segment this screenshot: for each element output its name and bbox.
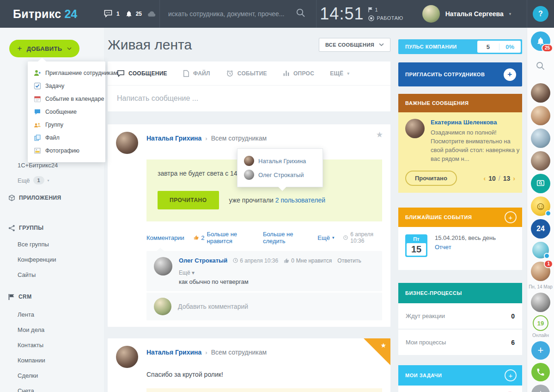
read-button[interactable]: ПРОЧИТАНО [158, 191, 219, 209]
avatar[interactable] [116, 132, 138, 154]
calendar-date-tile[interactable]: Пт 15 [405, 234, 427, 257]
chat-icon[interactable] [104, 10, 113, 18]
readers-link[interactable]: 2 пользователей [275, 196, 325, 204]
contact-avatar[interactable] [531, 83, 550, 103]
important-author-link[interactable]: Екатерина Шеленкова [431, 119, 521, 126]
star-icon[interactable]: ★ [380, 342, 386, 349]
online-count-button[interactable]: 19 [533, 315, 548, 331]
global-search[interactable]: искать сотрудника, документ, прочее... [159, 0, 317, 28]
sidebar-item-sites[interactable]: Сайты [18, 270, 104, 279]
logo[interactable]: Битрикс 24 [0, 0, 104, 28]
sidebar-item-all-groups[interactable]: Все группы [18, 239, 104, 249]
download-button[interactable] [531, 385, 550, 392]
photo-icon [34, 147, 41, 154]
add-comment-input[interactable]: Добавить комментарий [146, 293, 382, 320]
process-row: Мои процессы 6 [398, 330, 522, 356]
sidebar-item-feed[interactable]: Лента [18, 310, 104, 319]
menu-item-file[interactable]: Файл [28, 131, 105, 144]
post-audience-link[interactable]: Всем сотрудникам [211, 349, 267, 356]
feed-filter-button[interactable]: ВСЕ СООБЩЕНИЯ [319, 38, 390, 52]
unlike-link[interactable]: 2 Больше не нравится [194, 231, 254, 245]
star-icon[interactable]: ★ [376, 130, 383, 140]
search-icon[interactable] [536, 61, 546, 73]
comment-author-link[interactable]: Олег Строкатый [179, 257, 227, 264]
flag-counter[interactable]: 1 [368, 7, 403, 12]
sidebar-item-conferences[interactable]: Конференции [18, 255, 104, 264]
chevron-down-icon [379, 43, 384, 46]
add-chat-button[interactable]: + [531, 341, 550, 360]
event-link[interactable]: Отчет [435, 244, 496, 251]
avatar[interactable] [405, 119, 425, 138]
menu-item-photo[interactable]: Фотографию [28, 144, 105, 157]
poll-tab-icon [283, 70, 290, 77]
sidebar-item-invoices[interactable]: Счета [18, 386, 104, 392]
avatar[interactable] [116, 346, 138, 368]
tab-poll[interactable]: ОПРОС [283, 70, 314, 77]
add-button[interactable]: + ДОБАВИТЬ [9, 40, 79, 57]
post-author-link[interactable]: Наталья Грихина [146, 135, 201, 142]
menu-item-group[interactable]: Группу [28, 118, 105, 131]
contact-avatar[interactable]: ☺ [531, 196, 550, 216]
company-pulse-widget[interactable]: ПУЛЬС КОМПАНИИ 5 0% [398, 39, 522, 54]
sidebar-section-crm[interactable]: CRM [8, 292, 104, 301]
sidebar-item-deals[interactable]: Сделки [18, 371, 104, 380]
bitrix24-channel[interactable]: 24 [531, 219, 550, 239]
notifications-button[interactable]: 25 [531, 31, 550, 51]
menu-item-calendar-event[interactable]: Событие в календаре [28, 92, 105, 105]
comment-more-link[interactable]: Ещё ▾ [179, 270, 195, 276]
comment-reply-link[interactable]: Ответить [337, 257, 361, 264]
post-audience-link[interactable]: Всем сотрудникам [211, 135, 267, 142]
clock-time[interactable]: 14:51 [320, 4, 364, 24]
comments-link[interactable]: Комментарии [146, 234, 184, 241]
search-icon[interactable] [296, 8, 306, 20]
page-current: 10 [488, 175, 496, 182]
user-menu[interactable]: Наталья Сергеева ▾ [407, 0, 527, 28]
contact-avatar[interactable] [531, 293, 550, 312]
post-author-link[interactable]: Наталья Грихина [146, 349, 201, 356]
sidebar-section-groups[interactable]: ГРУППЫ [8, 223, 104, 233]
work-status[interactable]: РАБОТАЮ [368, 15, 403, 21]
menu-item-message[interactable]: Сообщение [28, 105, 105, 118]
add-task-button[interactable]: + [505, 369, 517, 381]
task-row-value: 5 [493, 390, 499, 392]
contact-avatar[interactable]: 1 [531, 262, 550, 281]
add-event-button[interactable]: + [505, 211, 517, 223]
menu-item-invite-employees[interactable]: Приглашение сотрудникам [28, 67, 105, 80]
call-button[interactable] [531, 363, 550, 381]
process-row-label[interactable]: Мои процессы [406, 339, 446, 346]
sidebar-section-apps[interactable]: ПРИЛОЖЕНИЯ [8, 193, 104, 202]
tab-event[interactable]: СОБЫТИЕ [226, 69, 267, 77]
tooltip-user[interactable]: Наталья Грихина [244, 154, 316, 168]
tab-message[interactable]: СООБЩЕНИЕ [117, 70, 167, 77]
compose-input[interactable]: Написать сообщение ... [108, 86, 390, 111]
download-icon [536, 390, 545, 392]
flag-icon [368, 7, 373, 12]
tab-more[interactable]: ЕЩЁ ▾ [330, 70, 349, 77]
more-link[interactable]: Ещё ▾ [317, 234, 334, 241]
next-arrow[interactable]: › [513, 175, 515, 182]
sidebar-item-companies[interactable]: Компании [18, 355, 104, 365]
help-button[interactable]: ? [533, 6, 548, 22]
contact-avatar[interactable] [531, 151, 550, 171]
avatar[interactable] [154, 257, 172, 276]
sidebar-item-my-activities[interactable]: Мои дела [18, 325, 104, 334]
screen-share-button[interactable] [531, 174, 550, 193]
sidebar-item-contacts[interactable]: Контакты [18, 340, 104, 349]
contact-avatar[interactable] [532, 242, 549, 258]
tab-file[interactable]: ФАЙЛ [183, 70, 210, 77]
prev-arrow[interactable]: ‹ [484, 175, 486, 182]
read-button[interactable]: Прочитано [405, 171, 457, 186]
tooltip-user[interactable]: Олег Строкатый [244, 168, 316, 182]
sidebar-more[interactable]: Ещё 1 ▾ [18, 176, 104, 185]
cloud-icon[interactable] [147, 11, 156, 17]
invite-employees-button[interactable]: ПРИГЛАСИТЬ СОТРУДНИКОВ + [398, 62, 522, 86]
process-row-label[interactable]: Ждут реакции [406, 312, 445, 319]
calendar-day-name: Пт [407, 236, 426, 243]
comment-like-link[interactable]: 0 Мне нравится [284, 257, 332, 264]
contact-avatar[interactable] [531, 129, 550, 148]
contact-avatar[interactable] [531, 106, 550, 125]
menu-item-task[interactable]: Задачу [28, 80, 105, 92]
clock-block: 14:51 1 РАБОТАЮ [317, 0, 407, 28]
bell-icon[interactable] [125, 10, 133, 18]
unfollow-link[interactable]: Больше не следить [263, 231, 308, 245]
